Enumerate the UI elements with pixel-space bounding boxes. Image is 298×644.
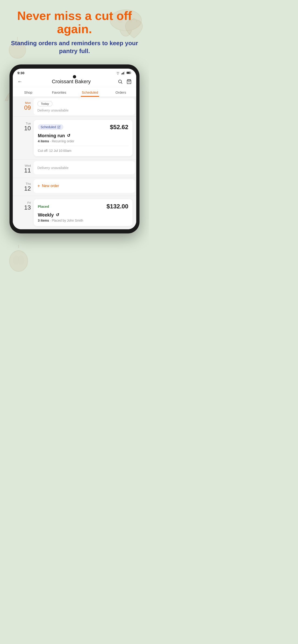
tab-orders[interactable]: Orders — [105, 87, 136, 97]
placed-badge: Placed — [38, 204, 49, 208]
day-content-thu: + New order — [34, 179, 135, 193]
search-icon[interactable] — [118, 79, 123, 84]
new-order-button[interactable]: + New order — [37, 183, 131, 189]
day-number-thu: 12 — [17, 186, 31, 192]
order-name-tue: Morning run ↺ — [38, 133, 128, 138]
phone-frame: 9:30 — [10, 64, 139, 234]
day-label-fri: Fri 13 — [13, 196, 34, 215]
status-time: 9:30 — [18, 71, 24, 75]
recurring-icon-tue: ↺ — [67, 133, 70, 138]
new-order-label: New order — [42, 184, 59, 188]
order-header-fri: Placed $132.00 — [38, 203, 128, 210]
day-label-tue: Tue 10 — [13, 116, 34, 136]
order-card-fri[interactable]: Placed $132.00 Weekly ↺ 3 items · — [34, 199, 133, 226]
day-row-thu: Thu 12 + New order — [13, 178, 136, 196]
svg-rect-14 — [127, 72, 130, 74]
wifi-icon — [116, 71, 120, 74]
battery-icon — [127, 72, 132, 74]
day-row-tue: Tue 10 Scheduled — [13, 116, 136, 160]
app-bar-icons — [118, 79, 132, 84]
svg-point-4 — [10, 250, 28, 272]
schedule-list: Mon 09 Today Delivery unavailable Tue — [13, 97, 136, 229]
scheduled-badge: Scheduled — [38, 124, 63, 130]
day-row-wed: Wed 11 Delivery unavailable — [13, 160, 136, 178]
svg-rect-9 — [121, 74, 122, 74]
plus-icon: + — [37, 183, 40, 189]
day-number-mon: 09 — [17, 104, 31, 110]
cutoff-text-tue: Cut off: 12 Jul 10:00am — [38, 149, 128, 152]
day-label-thu: Thu 12 — [13, 178, 34, 196]
recurring-icon-fri: ↺ — [56, 212, 59, 218]
app-title: Croissant Bakery — [25, 78, 118, 84]
camera-notch — [73, 75, 76, 78]
day-content-wed: Delivery unavailable — [34, 161, 135, 174]
delivery-unavailable-mon: Delivery unavailable — [37, 108, 131, 112]
svg-point-7 — [18, 256, 24, 264]
svg-line-16 — [121, 82, 122, 84]
header-section: Never miss a cut off again. Standing ord… — [0, 0, 149, 60]
today-badge: Today — [37, 101, 53, 106]
phone-screen: 9:30 — [13, 68, 136, 229]
order-meta-fri: 3 items · Placed by John Smith — [38, 218, 128, 222]
day-label-wed: Wed 11 — [13, 160, 34, 178]
order-header-tue: Scheduled $52.62 — [38, 124, 128, 131]
order-card-inner-fri: Placed $132.00 Weekly ↺ 3 items · — [34, 199, 133, 226]
svg-rect-10 — [122, 73, 123, 74]
order-divider-tue — [38, 146, 128, 146]
day-number-tue: 10 — [17, 125, 31, 131]
new-order-row: + New order — [34, 179, 135, 193]
status-icons — [116, 71, 132, 74]
svg-point-6 — [13, 256, 19, 264]
svg-rect-11 — [123, 72, 124, 74]
sub-headline: Standing orders and reminders to keep yo… — [9, 40, 140, 55]
edit-icon[interactable] — [57, 126, 61, 129]
day-number-wed: 11 — [17, 168, 31, 174]
garlic-icon — [2, 243, 35, 276]
main-headline: Never miss a cut off again. — [9, 9, 140, 36]
today-section: Today Delivery unavailable — [34, 98, 135, 115]
day-content-mon: Today Delivery unavailable — [34, 98, 135, 115]
cart-icon[interactable] — [127, 79, 132, 84]
day-label-mon: Mon 09 — [13, 97, 34, 115]
order-meta-tue: 4 items · Recurring order — [38, 139, 128, 143]
day-row-fri: Fri 13 Placed $132.00 Weekly — [13, 196, 136, 229]
tab-bar: Shop Favorites Scheduled Orders — [13, 87, 136, 97]
tab-scheduled[interactable]: Scheduled — [75, 87, 105, 97]
tab-shop[interactable]: Shop — [13, 87, 44, 97]
fri-order-area: Placed $132.00 Weekly ↺ 3 items · — [34, 196, 136, 229]
signal-icon — [121, 71, 125, 74]
order-price-tue: $52.62 — [110, 124, 128, 131]
phone-container: 9:30 — [0, 64, 149, 243]
delivery-unavailable-wed: Delivery unavailable — [34, 161, 135, 174]
svg-rect-12 — [124, 72, 125, 74]
day-number-fri: 13 — [17, 204, 31, 210]
tue-order-area: Scheduled $52.62 Mornin — [34, 116, 136, 160]
order-card-tue[interactable]: Scheduled $52.62 Mornin — [34, 120, 133, 156]
order-name-fri: Weekly ↺ — [38, 212, 128, 218]
order-price-fri: $132.00 — [107, 203, 128, 210]
day-row-mon: Mon 09 Today Delivery unavailable — [13, 97, 136, 116]
order-card-inner-tue: Scheduled $52.62 Mornin — [34, 120, 133, 156]
back-button[interactable]: ← — [18, 78, 23, 84]
tab-favorites[interactable]: Favorites — [44, 87, 75, 97]
